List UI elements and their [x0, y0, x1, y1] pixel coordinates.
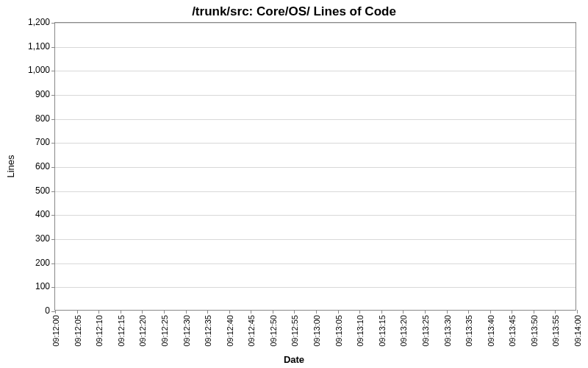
- chart-container: /trunk/src: Core/OS/ Lines of Code Lines…: [0, 0, 588, 368]
- gridline: [55, 167, 576, 168]
- x-tick: [229, 310, 230, 314]
- x-tick: [359, 310, 360, 314]
- chart-title: /trunk/src: Core/OS/ Lines of Code: [0, 4, 588, 19]
- y-tick: [51, 239, 55, 240]
- x-tick-label: 09:13:35: [465, 315, 473, 347]
- x-tick-label: 09:12:55: [290, 315, 299, 347]
- y-tick: [51, 71, 55, 71]
- x-tick-label: 09:13:55: [551, 315, 560, 347]
- x-tick: [338, 310, 339, 314]
- y-tick-label: 300: [35, 233, 50, 244]
- y-tick: [51, 119, 55, 120]
- y-tick-label: 1,000: [28, 65, 50, 75]
- x-tick: [490, 310, 491, 314]
- x-tick: [121, 310, 121, 314]
- y-tick-label: 900: [35, 89, 50, 99]
- gridline: [55, 143, 576, 144]
- x-tick: [294, 310, 295, 314]
- x-tick: [425, 310, 426, 314]
- x-tick-label: 09:12:40: [226, 315, 234, 347]
- x-tick: [164, 310, 165, 314]
- x-tick-label: 09:13:25: [421, 315, 430, 347]
- x-tick: [512, 310, 512, 314]
- y-tick: [51, 143, 55, 144]
- gridline: [55, 287, 576, 288]
- gridline: [55, 47, 576, 48]
- x-tick-label: 09:13:20: [399, 315, 408, 347]
- y-tick-label: 600: [35, 161, 50, 171]
- gridline: [55, 23, 576, 24]
- x-tick-label: 09:13:10: [356, 315, 365, 347]
- plot-area: [54, 22, 576, 311]
- x-tick-label: 09:12:15: [117, 315, 126, 347]
- gridline: [55, 71, 576, 71]
- x-tick: [555, 310, 556, 314]
- gridline: [55, 263, 576, 264]
- y-tick: [51, 95, 55, 96]
- x-tick-label: 09:12:10: [95, 315, 104, 347]
- x-tick: [207, 310, 208, 314]
- y-tick-label: 0: [45, 305, 50, 316]
- x-tick: [251, 310, 251, 314]
- gridline: [55, 215, 576, 216]
- x-tick: [55, 310, 56, 314]
- x-tick: [142, 310, 143, 314]
- y-tick: [51, 191, 55, 192]
- x-tick-label: 09:13:45: [508, 315, 517, 347]
- y-tick-label: 1,200: [28, 17, 50, 27]
- y-axis-label: Lines: [5, 155, 16, 177]
- gridline: [55, 95, 576, 96]
- x-tick-label: 09:12:00: [51, 315, 60, 347]
- x-tick-label: 09:12:05: [74, 315, 82, 347]
- y-tick: [51, 263, 55, 264]
- x-tick-label: 09:12:20: [138, 315, 147, 347]
- x-tick: [534, 310, 534, 314]
- x-tick: [447, 310, 448, 314]
- y-tick-label: 800: [35, 113, 50, 124]
- x-tick: [316, 310, 317, 314]
- x-tick: [577, 310, 578, 314]
- x-tick: [98, 310, 99, 314]
- x-tick-label: 09:12:50: [269, 315, 278, 347]
- x-tick: [381, 310, 382, 314]
- x-tick: [77, 310, 78, 314]
- y-tick-label: 400: [35, 209, 50, 219]
- x-tick-label: 09:13:40: [487, 315, 495, 347]
- x-tick: [273, 310, 273, 314]
- x-tick-label: 09:13:05: [334, 315, 343, 347]
- y-tick: [51, 287, 55, 288]
- y-tick: [51, 47, 55, 48]
- x-tick: [468, 310, 469, 314]
- x-tick: [186, 310, 187, 314]
- gridline: [55, 119, 576, 120]
- x-tick-label: 09:13:00: [312, 315, 321, 347]
- x-tick-label: 09:12:30: [182, 315, 191, 347]
- x-tick-label: 09:13:15: [378, 315, 387, 347]
- y-tick-label: 700: [35, 137, 50, 147]
- x-tick-label: 09:14:00: [573, 315, 582, 347]
- y-tick-label: 100: [35, 281, 50, 291]
- x-tick-label: 09:13:50: [530, 315, 539, 347]
- x-axis-label: Date: [0, 354, 588, 365]
- y-tick: [51, 167, 55, 168]
- gridline: [55, 239, 576, 240]
- x-tick-label: 09:12:35: [204, 315, 212, 347]
- y-tick: [51, 215, 55, 216]
- x-tick-label: 09:12:25: [160, 315, 169, 347]
- gridline: [55, 191, 576, 192]
- y-tick-label: 200: [35, 258, 50, 268]
- y-tick-label: 1,100: [28, 41, 50, 52]
- y-tick-label: 500: [35, 185, 50, 196]
- y-tick: [51, 23, 55, 24]
- x-tick: [403, 310, 404, 314]
- x-tick-label: 09:13:30: [443, 315, 452, 347]
- x-tick-label: 09:12:45: [247, 315, 256, 347]
